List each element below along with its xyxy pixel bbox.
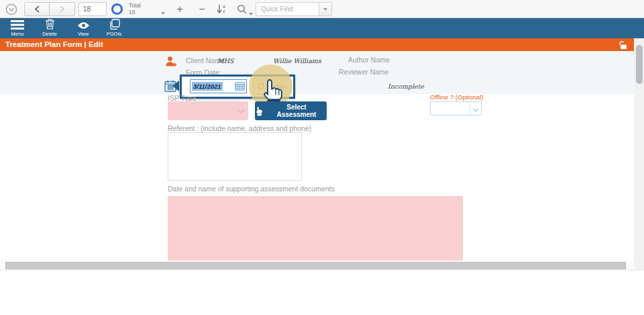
isp-type-select[interactable]: [168, 101, 248, 120]
supporting-docs-textarea[interactable]: [168, 196, 463, 261]
supporting-docs-label: Date and name of supporting assessment d…: [168, 185, 335, 193]
copy-icon: [98, 19, 130, 30]
offline-select[interactable]: [430, 101, 482, 116]
app-window: Total 18 + − a z: [0, 0, 644, 315]
form-title-bar: Treatment Plan Form | Edit: [0, 38, 634, 51]
chevron-down-icon: [473, 105, 478, 111]
form-date-value: 3/11/2021: [192, 82, 223, 91]
trash-icon: [34, 19, 66, 30]
action-toolbar: Menu Delete View: [0, 18, 644, 38]
menu-button[interactable]: Menu: [1, 19, 34, 38]
total-menu-caret-icon[interactable]: [161, 12, 165, 15]
zoom-in-button[interactable]: +: [170, 0, 189, 18]
menu-icon: [1, 19, 34, 30]
vertical-scrollbar-thumb[interactable]: [636, 45, 643, 84]
pgois-button[interactable]: PGOIs: [98, 19, 130, 38]
client-person-icon: [165, 56, 177, 68]
status-badge: Incomplete: [388, 83, 424, 90]
top-toolbar: Total 18 + − a z: [0, 0, 644, 18]
record-total: Total 18: [129, 3, 141, 15]
select-assessment-label: Select Assessment: [266, 103, 327, 118]
chevron-down-icon: [238, 107, 245, 114]
referent-label: Referent : (include name, address and ph…: [168, 124, 311, 132]
zoom-out-button[interactable]: −: [193, 0, 211, 18]
popup-pointer: [172, 81, 179, 91]
progress-ring-icon: [111, 3, 123, 15]
referent-textarea[interactable]: [168, 132, 302, 181]
sort-az-button[interactable]: a z: [217, 4, 229, 15]
scrollbar-corner: [634, 261, 644, 271]
date-picker-icon[interactable]: [235, 82, 245, 91]
unlock-icon[interactable]: [619, 40, 628, 50]
client-code-value: MHS: [217, 57, 234, 64]
reviewer-name-label: Reviewer Name: [339, 68, 389, 76]
delete-label: Delete: [34, 31, 66, 37]
offline-label: Offline ? (Optional): [430, 93, 484, 101]
view-button[interactable]: View: [67, 19, 99, 38]
form-date-input[interactable]: 3/11/2021: [190, 79, 247, 93]
next-record-button[interactable]: [50, 2, 75, 16]
search-icon[interactable]: [237, 4, 248, 15]
previous-record-button[interactable]: [24, 2, 50, 16]
author-name-label: Author Name: [348, 56, 390, 64]
record-nav-group: [24, 2, 75, 16]
collapse-toolbar-icon[interactable]: [5, 3, 17, 15]
pgois-label: PGOIs: [98, 31, 130, 37]
total-value: 18: [129, 9, 141, 16]
select-assessment-button[interactable]: Select Assessment: [255, 101, 327, 120]
horizontal-scrollbar-thumb[interactable]: [5, 262, 626, 269]
offline-select-arrow[interactable]: [470, 102, 481, 115]
menu-label: Menu: [1, 31, 34, 37]
sort-letter-a: a: [223, 4, 225, 9]
view-label: View: [67, 31, 99, 37]
sort-letter-z: z: [223, 9, 225, 13]
eye-icon: [67, 19, 99, 30]
client-name-value: Willie Williams: [273, 57, 321, 64]
delete-button[interactable]: Delete: [34, 19, 66, 38]
page-title: Treatment Plan Form | Edit: [5, 38, 103, 51]
caret-down-icon: [323, 8, 327, 11]
search-options-caret-icon[interactable]: [249, 13, 253, 15]
record-number-input[interactable]: [78, 2, 107, 16]
quick-find-input[interactable]: [256, 2, 319, 16]
quick-find-dropdown-button[interactable]: [319, 2, 332, 16]
click-hand-icon: [255, 106, 263, 116]
